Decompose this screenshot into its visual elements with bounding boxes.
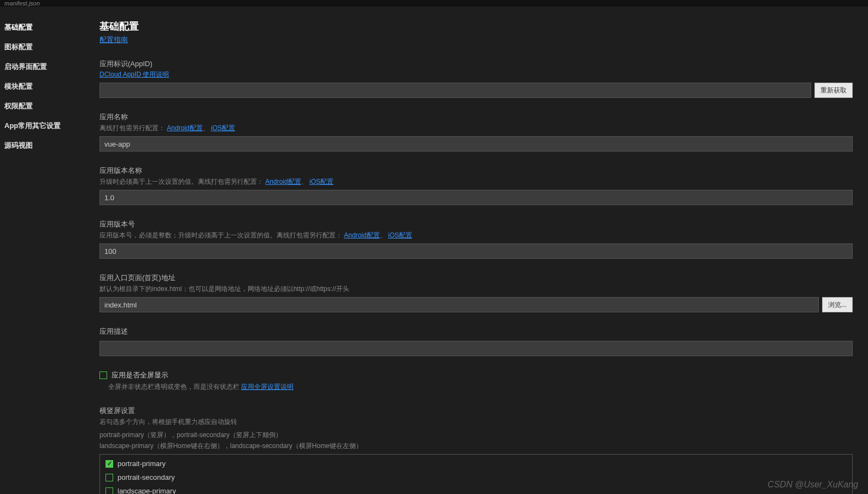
version-name-hint: 升级时必须高于上一次设置的值。离线打包需另行配置： Android配置、 iOS… — [99, 177, 853, 187]
entry-page-hint: 默认为根目录下的index.html；也可以是网络地址，网络地址必须以http:… — [99, 284, 853, 294]
fullscreen-group: 应用是否全屏显示 全屏并非状态栏透明或变色，而是没有状态栏 应用全屏设置说明 — [99, 370, 853, 392]
orientation-label: 横竖屏设置 — [99, 406, 853, 416]
sidebar-item-basic[interactable]: 基础配置 — [0, 18, 92, 37]
main-content: 基础配置 配置指南 应用标识(AppID) DCloud AppID 使用说明 … — [92, 7, 868, 494]
ios-config-link-2[interactable]: iOS配置 — [309, 178, 333, 185]
sidebar-item-permission[interactable]: 权限配置 — [0, 96, 92, 116]
orientation-label-0: portrait-primary — [118, 460, 166, 468]
orientation-item-portrait-secondary[interactable]: portrait-secondary — [100, 470, 852, 484]
entry-page-input[interactable] — [99, 297, 819, 312]
orientation-checkbox-1[interactable] — [105, 474, 113, 481]
browse-button[interactable]: 浏览... — [822, 297, 853, 312]
orientation-label-1: portrait-secondary — [118, 473, 175, 481]
appname-group: 应用名称 离线打包需另行配置： Android配置、 iOS配置 — [99, 112, 853, 152]
appname-hint: 离线打包需另行配置： Android配置、 iOS配置 — [99, 123, 853, 133]
orientation-hint3: landscape-primary（横屏Home键在右侧），landscape-… — [99, 441, 853, 451]
appname-label: 应用名称 — [99, 112, 853, 122]
orientation-hint2: portrait-primary（竖屏），portrait-secondary（… — [99, 430, 853, 440]
config-guide-link[interactable]: 配置指南 — [99, 36, 128, 44]
appid-group: 应用标识(AppID) DCloud AppID 使用说明 重新获取 — [99, 59, 853, 98]
orientation-checkbox-2[interactable] — [105, 487, 113, 495]
appid-label: 应用标识(AppID) — [99, 59, 853, 69]
sidebar-item-module[interactable]: 模块配置 — [0, 77, 92, 96]
orientation-item-portrait-primary[interactable]: portrait-primary — [100, 457, 852, 470]
container: 基础配置 图标配置 启动界面配置 模块配置 权限配置 App常用其它设置 源码视… — [0, 7, 868, 494]
description-group: 应用描述 — [99, 327, 853, 356]
orientation-hint1: 若勾选多个方向，将根据手机重力感应自动旋转 — [99, 417, 853, 427]
entry-page-group: 应用入口页面(首页)地址 默认为根目录下的index.html；也可以是网络地址… — [99, 273, 853, 312]
appid-input[interactable] — [99, 83, 811, 98]
android-config-link-1[interactable]: Android配置 — [167, 124, 202, 132]
orientation-group: 横竖屏设置 若勾选多个方向，将根据手机重力感应自动旋转 portrait-pri… — [99, 406, 853, 494]
orientation-item-landscape-primary[interactable]: landscape-primary — [100, 484, 852, 494]
appid-help-link[interactable]: DCloud AppID 使用说明 — [99, 71, 169, 78]
fullscreen-checkbox[interactable] — [99, 371, 107, 379]
appname-input[interactable] — [99, 136, 853, 152]
version-code-hint: 应用版本号，必须是整数；升级时必须高于上一次设置的值。离线打包需另行配置： An… — [99, 230, 853, 240]
orientation-label-2: landscape-primary — [118, 487, 176, 494]
ios-config-link-3[interactable]: iOS配置 — [388, 231, 412, 239]
fullscreen-checkbox-label: 应用是否全屏显示 — [112, 370, 168, 380]
sidebar-item-source[interactable]: 源码视图 — [0, 136, 92, 155]
android-config-link-3[interactable]: Android配置 — [344, 231, 379, 239]
android-config-link-2[interactable]: Android配置 — [265, 178, 301, 185]
description-label: 应用描述 — [99, 327, 853, 336]
orientation-options-box: portrait-primary portrait-secondary land… — [99, 454, 853, 494]
version-name-label: 应用版本名称 — [99, 166, 853, 176]
version-code-group: 应用版本号 应用版本号，必须是整数；升级时必须高于上一次设置的值。离线打包需另行… — [99, 219, 853, 259]
sidebar-item-icon[interactable]: 图标配置 — [0, 37, 92, 57]
fullscreen-help-link[interactable]: 应用全屏设置说明 — [241, 383, 294, 391]
sidebar: 基础配置 图标配置 启动界面配置 模块配置 权限配置 App常用其它设置 源码视… — [0, 7, 92, 494]
entry-page-label: 应用入口页面(首页)地址 — [99, 273, 853, 283]
ios-config-link-1[interactable]: iOS配置 — [211, 124, 235, 132]
sidebar-item-other[interactable]: App常用其它设置 — [0, 116, 92, 136]
tab-filename: manifest.json — [4, 0, 40, 7]
version-name-group: 应用版本名称 升级时必须高于上一次设置的值。离线打包需另行配置： Android… — [99, 166, 853, 205]
version-name-input[interactable] — [99, 190, 853, 205]
refresh-appid-button[interactable]: 重新获取 — [814, 83, 853, 98]
description-input[interactable] — [99, 341, 853, 356]
version-code-input[interactable] — [99, 243, 853, 259]
sidebar-item-splash[interactable]: 启动界面配置 — [0, 57, 92, 77]
fullscreen-hint: 全屏并非状态栏透明或变色，而是没有状态栏 应用全屏设置说明 — [108, 382, 853, 392]
appid-mask — [100, 83, 146, 97]
version-code-label: 应用版本号 — [99, 219, 853, 229]
page-title: 基础配置 — [99, 20, 853, 33]
orientation-checkbox-0[interactable] — [105, 460, 113, 468]
top-bar: manifest.json — [0, 0, 868, 7]
